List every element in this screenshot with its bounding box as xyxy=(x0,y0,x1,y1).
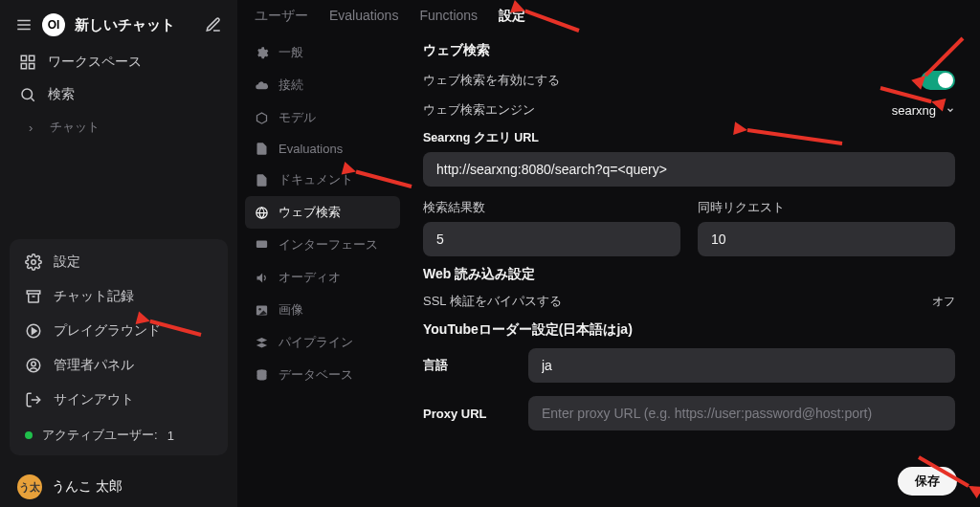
settings-sections: 一般 接続 モデル Evaluations ドキュメント ウェブ検索 インターフ… xyxy=(237,33,400,507)
settings-form: ウェブ検索 ウェブ検索を有効にする ウェブ検索エンジン searxng Sear… xyxy=(400,33,980,507)
globe-icon xyxy=(255,206,269,220)
gear-icon xyxy=(255,46,269,60)
document-icon xyxy=(255,142,269,156)
save-button[interactable]: 保存 xyxy=(898,467,957,496)
result-count-label: 検索結果数 xyxy=(423,200,680,216)
panel-item-settings[interactable]: 設定 xyxy=(15,245,222,279)
svg-point-4 xyxy=(22,89,33,99)
svg-point-5 xyxy=(32,260,36,265)
panel-item-playground[interactable]: プレイグラウンド xyxy=(15,314,222,348)
concurrent-input[interactable] xyxy=(698,222,955,256)
panel-item-admin[interactable]: 管理者パネル xyxy=(15,348,222,383)
section-websearch[interactable]: ウェブ検索 xyxy=(245,196,400,229)
cube-icon xyxy=(255,111,269,125)
speaker-icon xyxy=(255,271,269,285)
archive-icon xyxy=(25,288,42,305)
section-interface[interactable]: インターフェース xyxy=(245,229,400,261)
tab-users[interactable]: ユーザー xyxy=(255,8,308,25)
workspace-icon xyxy=(19,54,36,71)
avatar: う太 xyxy=(17,474,42,499)
section-label: 接続 xyxy=(278,77,303,94)
svg-point-9 xyxy=(32,362,36,366)
svg-point-13 xyxy=(258,308,261,311)
main: ユーザー Evaluations Functions 設定 一般 接続 モデル … xyxy=(237,0,980,507)
tab-settings[interactable]: 設定 xyxy=(499,8,525,25)
sidebar-item-label: ワークスペース xyxy=(48,54,142,71)
query-url-input[interactable] xyxy=(423,152,955,187)
sidebar-item-label: チャット xyxy=(50,119,100,136)
sidebar-item-label: 検索 xyxy=(48,86,75,103)
panel-item-label: プレイグラウンド xyxy=(54,322,161,340)
ssl-bypass-value[interactable]: オフ xyxy=(932,294,955,310)
new-chat-title[interactable]: 新しいチャット xyxy=(75,16,195,34)
admin-tabs: ユーザー Evaluations Functions 設定 xyxy=(237,0,980,33)
panel-item-chatlog[interactable]: チャット記録 xyxy=(15,279,222,314)
section-pipeline[interactable]: パイプライン xyxy=(245,326,400,359)
panel-item-label: 設定 xyxy=(54,254,80,271)
section-label: オーディオ xyxy=(278,269,341,286)
monitor-icon xyxy=(255,238,269,253)
section-connection[interactable]: 接続 xyxy=(245,69,400,101)
sidebar-item-search[interactable]: 検索 xyxy=(10,78,228,111)
sidebar: OI 新しいチャット ワークスペース 検索 › チャット 設定 xyxy=(0,0,237,507)
proxy-input[interactable] xyxy=(528,396,955,430)
svg-rect-11 xyxy=(256,240,267,248)
gear-icon xyxy=(25,254,42,271)
query-url-label: Searxng クエリ URL xyxy=(423,130,955,146)
database-icon xyxy=(255,368,269,383)
enable-websearch-label: ウェブ検索を有効にする xyxy=(423,72,560,89)
section-label: データベース xyxy=(278,366,353,384)
section-documents[interactable]: ドキュメント xyxy=(245,164,400,196)
signout-icon xyxy=(25,391,42,408)
image-icon xyxy=(255,303,269,318)
section-label: ドキュメント xyxy=(278,171,353,188)
tab-functions[interactable]: Functions xyxy=(419,8,478,25)
stack-icon xyxy=(255,336,269,350)
panel-item-signout[interactable]: サインアウト xyxy=(15,383,222,417)
section-label: 画像 xyxy=(278,301,303,319)
edit-icon[interactable] xyxy=(205,16,222,33)
result-count-input[interactable] xyxy=(423,222,680,256)
engine-value: searxng xyxy=(892,103,936,118)
current-user[interactable]: う太 うんこ 太郎 xyxy=(10,467,228,501)
play-circle-icon xyxy=(25,322,42,340)
chevron-right-icon: › xyxy=(29,121,33,135)
section-audio[interactable]: オーディオ xyxy=(245,261,400,294)
cloud-icon xyxy=(255,78,269,93)
section-general[interactable]: 一般 xyxy=(245,36,400,69)
search-icon xyxy=(19,86,36,103)
panel-item-label: 管理者パネル xyxy=(54,357,134,374)
section-label: インターフェース xyxy=(278,236,378,254)
svg-rect-1 xyxy=(30,55,34,60)
svg-rect-0 xyxy=(21,55,26,60)
engine-select[interactable]: searxng xyxy=(892,103,955,118)
app-logo: OI xyxy=(42,13,65,36)
youtube-heading: YouTubeローダー設定(日本語はja) xyxy=(423,321,955,339)
active-users: アクティブユーザー: 1 xyxy=(15,417,222,450)
section-label: Evaluations xyxy=(278,142,343,156)
proxy-label: Proxy URL xyxy=(423,407,500,421)
section-image[interactable]: 画像 xyxy=(245,294,400,326)
sidebar-panel-menu: 設定 チャット記録 プレイグラウンド 管理者パネル サインアウト xyxy=(10,239,228,455)
svg-rect-2 xyxy=(21,64,26,69)
section-evaluations[interactable]: Evaluations xyxy=(245,134,400,164)
lang-input[interactable] xyxy=(528,348,955,383)
section-label: ウェブ検索 xyxy=(278,204,341,221)
ssl-bypass-label: SSL 検証をバイパスする xyxy=(423,293,562,310)
section-label: 一般 xyxy=(278,44,303,61)
enable-websearch-toggle[interactable] xyxy=(921,71,955,90)
active-users-count: 1 xyxy=(167,429,174,443)
tab-evaluations[interactable]: Evaluations xyxy=(329,8,398,25)
document-icon xyxy=(255,173,269,187)
user-circle-icon xyxy=(25,357,42,374)
sidebar-item-chats[interactable]: › チャット xyxy=(10,111,228,143)
websearch-heading: ウェブ検索 xyxy=(423,42,955,59)
hamburger-icon[interactable] xyxy=(15,16,33,33)
sidebar-item-workspace[interactable]: ワークスペース xyxy=(10,46,228,78)
svg-rect-3 xyxy=(30,64,34,69)
engine-label: ウェブ検索エンジン xyxy=(423,101,535,119)
section-models[interactable]: モデル xyxy=(245,101,400,134)
web-read-heading: Web 読み込み設定 xyxy=(423,266,955,283)
user-name: うんこ 太郎 xyxy=(52,478,122,496)
section-database[interactable]: データベース xyxy=(245,359,400,391)
